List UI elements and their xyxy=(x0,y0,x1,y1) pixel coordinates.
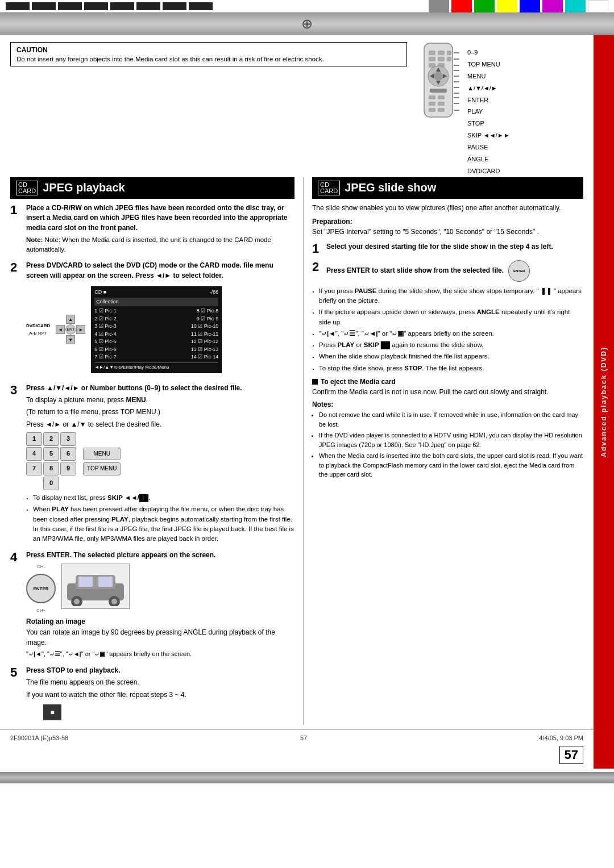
step-5-content: Press STOP to end playback. The file men… xyxy=(26,666,294,720)
prep-text: Set "JPEG Interval" setting to "5 Second… xyxy=(312,227,583,237)
ss-bullet-play-resume: Press PLAY or SKIP ██ again to resume th… xyxy=(319,340,583,350)
numpad-area: 1 2 3 4 5 6 7 8 9 0 xyxy=(26,432,294,490)
key-6[interactable]: 6 xyxy=(60,447,76,461)
key-7[interactable]: 7 xyxy=(26,462,42,475)
notes-list: Do not remove the card while it is in us… xyxy=(312,410,583,479)
key-5[interactable]: 5 xyxy=(43,447,59,461)
remote-image xyxy=(413,42,464,177)
remote-label-skip: SKIP ◄◄/►► xyxy=(467,130,510,141)
bottom-band xyxy=(0,772,614,783)
remote-label-enter: ENTER xyxy=(467,94,510,106)
arrow-left: ◄ xyxy=(56,325,65,334)
vertical-divider xyxy=(303,177,304,725)
color-bar-yellow xyxy=(497,0,517,12)
key-1[interactable]: 1 xyxy=(26,432,42,446)
enter-circle[interactable]: ENTER xyxy=(26,574,56,603)
step-5-number: 5 xyxy=(10,666,23,720)
svg-point-38 xyxy=(74,599,80,604)
eject-text: Confirm the Media card is not in use now… xyxy=(312,387,583,397)
car-image xyxy=(61,564,130,609)
black-block-4 xyxy=(84,2,108,10)
enter-sm-circle[interactable]: ENTER xyxy=(508,260,530,282)
menu-button[interactable]: MENU xyxy=(83,448,121,461)
black-block-1 xyxy=(6,2,30,10)
jpeg-playback-title: JPEG playback xyxy=(43,181,125,194)
slideshow-bullets: If you press PAUSE during the slide show… xyxy=(312,286,583,373)
key-2[interactable]: 2 xyxy=(43,432,59,446)
top-menu-button[interactable]: TOP MENU xyxy=(83,462,121,475)
header-band: ⊕ xyxy=(0,12,614,35)
key-9[interactable]: 9 xyxy=(60,462,76,475)
remote-label-angle: ANGLE xyxy=(467,153,510,165)
black-block-2 xyxy=(32,2,56,10)
rotating-text: You can rotate an image by 90 degrees by… xyxy=(26,628,294,648)
step-5-main: Press STOP to end playback. xyxy=(26,666,121,674)
black-block-5 xyxy=(110,2,134,10)
caution-box: CAUTION Do not insert any foreign object… xyxy=(10,42,407,66)
rotating-symbols: "⤾|◄", "⤾☰", "⤾◄|" or "⤾▣" appears brief… xyxy=(26,650,294,659)
ss-step-2-text: Press ENTER to start slide show from the… xyxy=(326,266,504,274)
bullet-play: When PLAY has been pressed after display… xyxy=(33,504,294,544)
step-1-number: 1 xyxy=(10,203,23,257)
step-3: 3 Press ▲/▼/◄/► or Number buttons (0–9) … xyxy=(10,383,294,546)
key-3[interactable]: 3 xyxy=(60,432,76,446)
remote-label-stop: STOP xyxy=(467,118,510,130)
ss-bullet-angle: If the picture appears upside down or si… xyxy=(319,307,583,327)
ss-bullet-finished: When the slide show playback finished th… xyxy=(319,352,583,361)
footer-left: 2F90201A (E)p53-58 xyxy=(10,735,68,741)
two-column-layout: CDCARD JPEG playback 1 Place a CD-R/RW o… xyxy=(0,177,594,725)
rotating-caption: Rotating an image xyxy=(26,617,294,627)
key-8[interactable]: 8 xyxy=(43,462,59,475)
sidebar-text: Advanced playback (DVD) xyxy=(600,347,608,457)
remote-label-pause: PAUSE xyxy=(467,141,510,153)
step-2-number: 2 xyxy=(10,261,23,378)
svg-rect-19 xyxy=(438,102,445,106)
step-2-main: Press DVD/CARD to select the DVD (CD) mo… xyxy=(26,261,273,279)
ss-bullet-stop: To stop the slide show, press STOP. The … xyxy=(319,364,583,373)
svg-rect-2 xyxy=(438,51,445,55)
note-1: Do not remove the card while it is in us… xyxy=(319,410,583,429)
notes-title: Notes: xyxy=(312,400,583,408)
step-3-content: Press ▲/▼/◄/► or Number buttons (0–9) to… xyxy=(26,383,294,546)
cd-card-icon-ss: CDCARD xyxy=(318,181,340,195)
svg-rect-15 xyxy=(430,89,447,93)
step-4-images: CH- ENTER CH+ xyxy=(26,564,294,614)
ss-step-2-content: Press ENTER to start slide show from the… xyxy=(326,266,504,276)
svg-rect-18 xyxy=(429,102,435,106)
svg-rect-5 xyxy=(438,57,445,61)
arrow-up: ▲ xyxy=(66,315,75,324)
screen-mockup: CD ■-/86 Collection 1 ☑ Pic-18 ☑ Pic-82 … xyxy=(91,286,222,373)
key-0[interactable]: 0 xyxy=(43,477,59,490)
svg-point-40 xyxy=(111,599,117,604)
svg-rect-17 xyxy=(438,95,445,99)
color-bar-cyan xyxy=(565,0,586,12)
step-1-note: Note: Note: When the Media card is inser… xyxy=(26,235,294,254)
step-1: 1 Place a CD-R/RW on which JPEG files ha… xyxy=(10,203,294,257)
remote-label-play: PLAY xyxy=(467,106,510,118)
step-3-sub3: Press ◄/► or ▲/▼ to select the desired f… xyxy=(26,420,294,429)
step-1-content: Place a CD-R/RW on which JPEG files have… xyxy=(26,203,294,257)
black-block-6 xyxy=(136,2,160,10)
enter-btn[interactable]: ENT xyxy=(65,324,76,335)
black-block-3 xyxy=(58,2,82,10)
svg-rect-3 xyxy=(447,51,451,55)
jpeg-slideshow-title: JPEG slide show xyxy=(345,181,436,194)
footer-right: 4/4/05, 9:03 PM xyxy=(539,735,583,741)
step-4-content: Press ENTER. The selected picture appear… xyxy=(26,550,294,661)
stop-button[interactable]: ■ xyxy=(43,704,61,720)
remote-area: 0–9 TOP MENU MENU ▲/▼/◄/► ENTER PLAY STO… xyxy=(413,42,583,177)
ss-step-1-number: 1 xyxy=(312,242,323,256)
ss-step-1: 1 Select your desired starting file for … xyxy=(312,242,583,256)
crosshair-icon: ⊕ xyxy=(301,16,313,32)
left-column: CDCARD JPEG playback 1 Place a CD-R/RW o… xyxy=(10,177,300,725)
ss-step-2-number: 2 xyxy=(312,260,323,282)
svg-rect-1 xyxy=(429,51,435,55)
note-2: If the DVD video player is connected to … xyxy=(319,431,583,449)
svg-rect-6 xyxy=(447,57,451,61)
ss-step-1-content: Select your desired starting file for th… xyxy=(326,242,553,256)
advanced-playback-sidebar: Advanced playback (DVD) xyxy=(594,35,614,769)
jpeg-playback-header: CDCARD JPEG playback xyxy=(10,177,294,199)
remote-label-0-9: 0–9 xyxy=(467,47,510,59)
key-4[interactable]: 4 xyxy=(26,447,42,461)
eject-section: To eject the Media card Confirm the Medi… xyxy=(312,378,583,397)
